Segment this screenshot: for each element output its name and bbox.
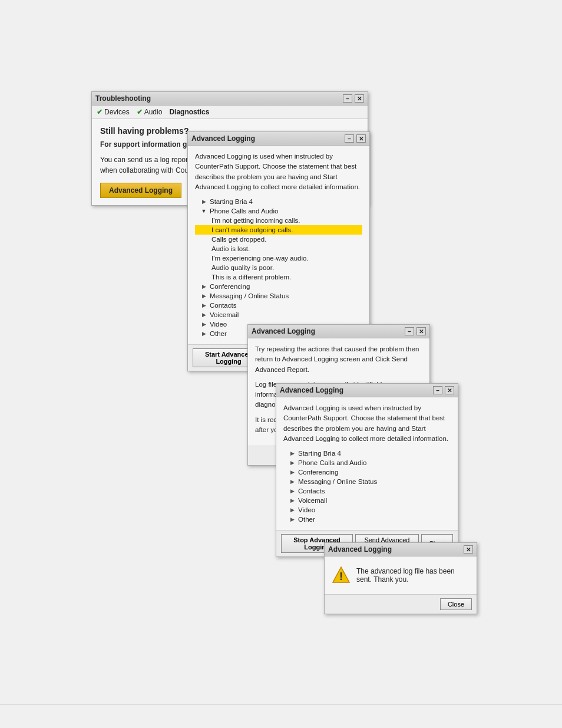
tree-item-messaging[interactable]: ▶ Messaging / Online Status [195, 291, 362, 301]
close-adv-log-4-btn[interactable]: Close [440, 598, 472, 610]
advanced-logging-button[interactable]: Advanced Logging [100, 183, 181, 198]
adv-log-1-minimize[interactable]: – [345, 134, 354, 143]
tab-audio-label: Audio [144, 108, 163, 116]
tree3-arrow-contacts: ▶ [289, 488, 295, 494]
tree-arrow-conf: ▶ [201, 284, 207, 289]
tree3-label-msg: Messaging / Online Status [298, 478, 377, 485]
tree-item-audio-lost[interactable]: Audio is lost. [195, 244, 362, 253]
adv-log-2-minimize[interactable]: – [405, 327, 414, 335]
tree-label-video: Video [210, 321, 227, 328]
tree-label-audio-quality: Audio quality is poor. [211, 264, 274, 271]
adv-log-3-description: Advanced Logging is used when instructed… [283, 403, 451, 444]
adv-log-1-description: Advanced Logging is used when instructed… [195, 151, 362, 192]
tree3-arrow-video: ▶ [289, 507, 295, 513]
tree-arrow-starting: ▶ [201, 199, 207, 205]
adv-log-1-titlebar: Advanced Logging – ✕ [188, 132, 369, 146]
adv-log-3-title: Advanced Logging [280, 386, 343, 394]
thank-you-message: The advanced log file has been sent. Tha… [356, 567, 470, 584]
troubleshooting-tabs: ✔ Devices ✔ Audio Diagnostics [92, 106, 368, 119]
tree3-voicemail[interactable]: ▶ Voicemail [283, 496, 451, 505]
tree3-label-voicemail: Voicemail [298, 497, 327, 504]
tree-label-starting: Starting Bria 4 [210, 198, 253, 205]
tree3-label-video: Video [298, 506, 315, 513]
adv-log-4-titlebar: Advanced Logging ✕ [325, 543, 477, 556]
close-button[interactable]: ✕ [355, 94, 364, 103]
adv-log-4-close-btn-x[interactable]: ✕ [464, 545, 473, 554]
adv-log-1-content: Advanced Logging is used when instructed… [188, 146, 369, 344]
advanced-logging-window-4: Advanced Logging ✕ ! The advanced log fi… [324, 542, 477, 614]
tree-item-conferencing[interactable]: ▶ Conferencing [195, 282, 362, 291]
tree3-arrow-conf: ▶ [289, 469, 295, 475]
tree-arrow-other: ▶ [201, 331, 207, 337]
tree-arrow-video: ▶ [201, 321, 207, 327]
bottom-separator [0, 704, 562, 704]
tab-devices[interactable]: ✔ Devices [97, 108, 130, 116]
tab-devices-label: Devices [104, 108, 130, 116]
tree3-phone-calls[interactable]: ▶ Phone Calls and Audio [283, 458, 451, 467]
adv-log-3-close-btn-x[interactable]: ✕ [445, 386, 454, 394]
tree3-arrow-other: ▶ [289, 516, 295, 522]
adv-log-3-content: Advanced Logging is used when instructed… [276, 397, 458, 530]
troubleshooting-title: Troubleshooting [95, 94, 151, 103]
adv-log-2-titlebar: Advanced Logging – ✕ [248, 325, 429, 338]
tab-diagnostics[interactable]: Diagnostics [169, 108, 209, 116]
tree-item-not-incoming[interactable]: I'm not getting incoming calls. [195, 216, 362, 225]
adv-log-3-titlebar: Advanced Logging – ✕ [276, 384, 458, 397]
tree-label-voicemail: Voicemail [210, 311, 239, 318]
warning-icon: ! [332, 566, 351, 585]
tree-arrow-voicemail: ▶ [201, 312, 207, 318]
tree3-label-starting: Starting Bria 4 [298, 450, 341, 457]
tree-arrow-msg: ▶ [201, 293, 207, 299]
adv-log-4-footer: Close [325, 594, 477, 614]
advanced-logging-window-3: Advanced Logging – ✕ Advanced Logging is… [276, 383, 458, 557]
adv-log-4-title: Advanced Logging [328, 545, 392, 554]
adv-log-2-close-btn-x[interactable]: ✕ [416, 327, 426, 335]
devices-check-icon: ✔ [97, 108, 103, 116]
svg-text:!: ! [339, 571, 343, 582]
adv-log-2-title: Advanced Logging [252, 327, 315, 335]
tree-label-different-problem: This is a different problem. [211, 274, 291, 281]
adv-log-1-title: Advanced Logging [191, 134, 255, 143]
tree3-arrow-msg: ▶ [289, 479, 295, 485]
tab-audio[interactable]: ✔ Audio [137, 108, 163, 116]
adv-log-2-para1: Try repeating the actions that caused th… [255, 344, 422, 375]
tree-label-cant-outgoing: I can't make outgoing calls. [211, 226, 293, 233]
tree-item-cant-outgoing[interactable]: I can't make outgoing calls. [195, 225, 362, 235]
adv-log-1-close-btn[interactable]: ✕ [356, 134, 366, 143]
tree-item-audio-quality[interactable]: Audio quality is poor. [195, 263, 362, 272]
tree3-starting-bria[interactable]: ▶ Starting Bria 4 [283, 449, 451, 458]
tree-item-contacts[interactable]: ▶ Contacts [195, 301, 362, 310]
audio-check-icon: ✔ [137, 108, 143, 116]
tree-arrow-phone: ▼ [201, 208, 207, 214]
minimize-button[interactable]: – [343, 94, 352, 103]
troubleshooting-titlebar: Troubleshooting – ✕ [92, 92, 368, 106]
tree-item-starting-bria[interactable]: ▶ Starting Bria 4 [195, 197, 362, 206]
tree3-other[interactable]: ▶ Other [283, 515, 451, 524]
tree-label-one-way-audio: I'm experiencing one-way audio. [211, 255, 309, 262]
tree3-video[interactable]: ▶ Video [283, 505, 451, 515]
tree-item-voicemail[interactable]: ▶ Voicemail [195, 310, 362, 319]
tree3-arrow-voicemail: ▶ [289, 498, 295, 503]
tree-label-contacts: Contacts [210, 302, 236, 309]
tree3-messaging[interactable]: ▶ Messaging / Online Status [283, 477, 451, 486]
tree-arrow-contacts: ▶ [201, 302, 207, 308]
tab-diagnostics-label: Diagnostics [169, 108, 209, 116]
tree-label-audio-lost: Audio is lost. [211, 245, 250, 252]
tree-item-calls-dropped[interactable]: Calls get dropped. [195, 235, 362, 244]
tree-item-one-way-audio[interactable]: I'm experiencing one-way audio. [195, 253, 362, 263]
tree-label-msg: Messaging / Online Status [210, 292, 289, 299]
tree-item-phone-calls[interactable]: ▼ Phone Calls and Audio [195, 206, 362, 216]
tree-item-different-problem[interactable]: This is a different problem. [195, 272, 362, 282]
tree3-label-contacts: Contacts [298, 487, 325, 495]
tree3-arrow-starting: ▶ [289, 450, 295, 456]
tree3-arrow-phone: ▶ [289, 460, 295, 466]
thank-you-content: ! The advanced log file has been sent. T… [325, 556, 477, 594]
tree3-label-phone: Phone Calls and Audio [298, 459, 366, 466]
tree3-contacts[interactable]: ▶ Contacts [283, 486, 451, 496]
tree-label-phone: Phone Calls and Audio [210, 207, 278, 215]
adv-log-3-minimize[interactable]: – [433, 386, 442, 394]
tree-label-other: Other [210, 330, 227, 337]
tree3-label-other: Other [298, 516, 315, 523]
tree-label-not-incoming: I'm not getting incoming calls. [211, 217, 300, 224]
tree3-conferencing[interactable]: ▶ Conferencing [283, 467, 451, 477]
